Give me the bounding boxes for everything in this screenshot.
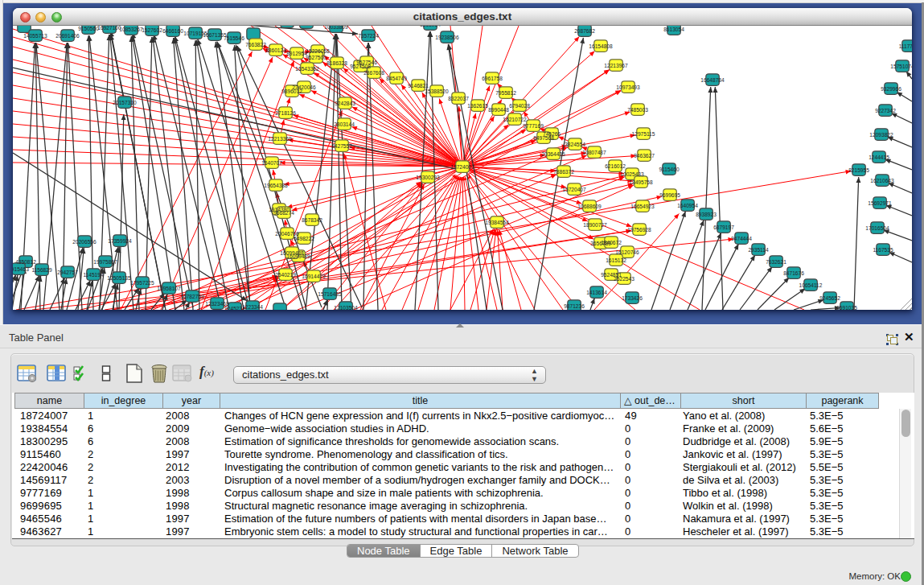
svg-text:16210643: 16210643 [870, 178, 894, 183]
svg-text:2522543: 2522543 [614, 276, 634, 282]
svg-text:18724007: 18724007 [450, 164, 474, 170]
svg-text:10958107: 10958107 [157, 286, 181, 291]
svg-text:18495758: 18495758 [629, 179, 653, 185]
svg-text:1615132: 1615132 [606, 257, 626, 263]
svg-text:1640954: 1640954 [677, 203, 698, 208]
svg-text:1167535: 1167535 [873, 247, 893, 253]
svg-text:2087682: 2087682 [574, 28, 595, 34]
svg-text:2540219: 2540219 [275, 272, 296, 278]
svg-text:8215955: 8215955 [848, 167, 869, 173]
svg-text:16543362: 16543362 [295, 66, 319, 72]
svg-text:7663822: 7663822 [245, 42, 266, 47]
svg-text:9245652: 9245652 [819, 295, 840, 301]
svg-text:1117702: 1117702 [899, 43, 912, 49]
svg-text:16648784: 16648784 [700, 77, 725, 83]
svg-text:16154808: 16154808 [589, 43, 613, 49]
svg-text:1413614: 1413614 [586, 290, 607, 295]
svg-text:2867608: 2867608 [363, 70, 384, 76]
svg-text:12975115: 12975115 [632, 131, 655, 137]
svg-text:12213369: 12213369 [268, 136, 292, 142]
svg-text:9227342: 9227342 [875, 108, 896, 113]
svg-text:9527546: 9527546 [356, 60, 377, 65]
svg-text:16927100: 16927100 [97, 26, 121, 31]
svg-text:5498222: 5498222 [294, 236, 314, 241]
svg-text:10807487: 10807487 [582, 150, 606, 155]
svg-text:15226058: 15226058 [306, 48, 330, 54]
svg-text:6466160: 6466160 [162, 28, 183, 34]
svg-text:10688609: 10688609 [577, 204, 602, 209]
svg-text:8322037: 8322037 [448, 96, 469, 101]
svg-text:9777169: 9777169 [523, 123, 544, 129]
svg-text:19756928: 19756928 [627, 227, 651, 233]
svg-text:15751074: 15751074 [890, 64, 912, 69]
svg-text:1223344: 1223344 [242, 304, 263, 310]
svg-text:19384554: 19384554 [485, 220, 509, 225]
svg-text:9463627: 9463627 [634, 153, 655, 159]
svg-text:7515546: 7515546 [224, 35, 244, 41]
svg-text:4350812: 4350812 [15, 259, 36, 265]
svg-text:3915463: 3915463 [13, 266, 29, 272]
svg-text:9242843: 9242843 [335, 101, 355, 106]
svg-text:1640707: 1640707 [261, 160, 282, 166]
svg-text:10025433: 10025433 [620, 171, 644, 177]
svg-text:8186328: 8186328 [326, 60, 347, 66]
svg-text:6216012: 6216012 [605, 163, 626, 169]
svg-text:2803144: 2803144 [334, 122, 355, 127]
svg-text:19238506: 19238506 [435, 35, 459, 40]
svg-text:12093822: 12093822 [869, 132, 893, 138]
svg-text:8613054: 8613054 [663, 27, 684, 32]
svg-text:1145194: 1145194 [83, 272, 104, 278]
svg-text:10853267: 10853267 [119, 27, 143, 32]
svg-text:20691406: 20691406 [55, 33, 80, 39]
svg-text:2935114: 2935114 [748, 247, 769, 253]
svg-text:10033809: 10033809 [324, 26, 348, 30]
svg-text:6879197: 6879197 [713, 225, 734, 230]
svg-text:12103504: 12103504 [334, 305, 358, 311]
svg-text:1244415: 1244415 [869, 154, 889, 160]
svg-text:9896012: 9896012 [281, 89, 302, 94]
svg-text:8860124: 8860124 [265, 47, 286, 53]
svg-text:7357224: 7357224 [358, 33, 379, 39]
svg-text:8454749: 8454749 [386, 76, 407, 81]
svg-text:14055713: 14055713 [23, 33, 47, 39]
svg-text:6497568: 6497568 [533, 135, 554, 141]
svg-text:8990448: 8990448 [488, 107, 509, 113]
svg-text:8813054: 8813054 [420, 26, 441, 27]
svg-text:9146821: 9146821 [408, 83, 429, 89]
svg-text:3824554: 3824554 [565, 142, 585, 147]
svg-text:12505135: 12505135 [107, 275, 131, 281]
svg-text:7955812: 7955812 [495, 90, 516, 96]
svg-text:9150560: 9150560 [78, 26, 99, 31]
svg-text:16782759: 16782759 [180, 294, 204, 299]
svg-text:15300293: 15300293 [416, 175, 440, 180]
svg-text:16099488: 16099488 [280, 250, 304, 256]
svg-text:9115460: 9115460 [659, 167, 680, 172]
svg-text:1527602: 1527602 [142, 27, 162, 33]
svg-text:8912954: 8912954 [286, 51, 307, 56]
svg-text:17016504: 17016504 [865, 225, 889, 231]
svg-text:8938923: 8938923 [696, 212, 717, 217]
svg-text:15720407: 15720407 [562, 187, 586, 192]
svg-text:8591035: 8591035 [836, 305, 857, 311]
svg-text:2942757: 2942757 [57, 270, 78, 275]
svg-text:15692971: 15692971 [868, 200, 892, 206]
svg-text:1362615: 1362615 [467, 103, 488, 109]
svg-text:10654112: 10654112 [799, 282, 823, 288]
svg-text:16210722: 16210722 [503, 117, 527, 122]
svg-text:6961758: 6961758 [482, 76, 503, 81]
svg-text:9871236: 9871236 [564, 303, 585, 309]
svg-text:18900727: 18900727 [583, 222, 607, 228]
svg-text:8471676: 8471676 [783, 270, 804, 276]
svg-text:12213967: 12213967 [604, 63, 628, 68]
svg-text:19975867: 19975867 [93, 259, 117, 265]
svg-text:6794028: 6794028 [509, 103, 530, 109]
svg-text:7886372: 7886372 [553, 169, 574, 175]
svg-text:15716485: 15716485 [318, 291, 342, 297]
svg-text:10973493: 10973493 [616, 84, 640, 90]
svg-text:15388520: 15388520 [425, 89, 449, 94]
svg-text:1733426: 1733426 [622, 295, 643, 301]
svg-text:7632621: 7632621 [766, 259, 786, 265]
svg-text:17359924: 17359924 [108, 238, 132, 244]
svg-text:17957225: 17957225 [130, 280, 154, 286]
svg-text:9668274: 9668274 [273, 210, 294, 216]
